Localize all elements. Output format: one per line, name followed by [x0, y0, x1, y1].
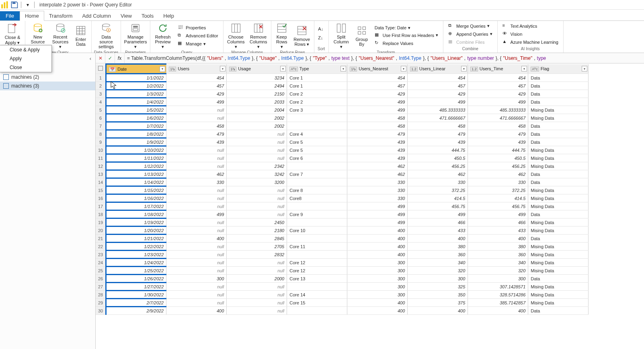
row-number[interactable]: 27 — [96, 283, 106, 291]
cell[interactable]: 400 — [347, 251, 408, 259]
row-number[interactable]: 17 — [96, 202, 106, 210]
cell[interactable] — [287, 251, 347, 259]
filter-dropdown-icon[interactable]: ▾ — [401, 66, 406, 71]
cell[interactable]: Core 2 — [287, 98, 347, 106]
cell[interactable]: Core 6 — [287, 154, 347, 162]
col-header-usage[interactable]: 1²₃Usage▾ — [227, 64, 287, 74]
data-type-button[interactable]: Data Type: Date ▾ — [373, 24, 440, 31]
col-header-users_time[interactable]: 1.2Users_Time▾ — [468, 64, 528, 74]
row-number[interactable]: 18 — [96, 210, 106, 218]
cell[interactable]: 499 — [166, 98, 227, 106]
cell[interactable]: 400 — [468, 235, 528, 243]
cell[interactable]: 499 — [408, 98, 468, 106]
cell[interactable]: 439 — [347, 138, 408, 146]
split-column-button[interactable]: Split Column ▾ — [330, 22, 352, 50]
enter-data-button[interactable]: Enter Data — [72, 22, 90, 50]
groupby-button[interactable]: Group By — [353, 22, 371, 50]
cell[interactable]: null — [166, 202, 227, 210]
cell[interactable]: null — [227, 154, 287, 162]
cell[interactable]: Data — [528, 170, 589, 178]
cell[interactable]: 300 — [166, 275, 227, 283]
first-row-headers-button[interactable]: ▦Use First Row as Headers ▾ — [373, 31, 440, 39]
filter-dropdown-icon[interactable]: ▾ — [280, 66, 286, 71]
cell[interactable]: 2180 — [227, 227, 287, 235]
cell[interactable]: 400 — [408, 235, 468, 243]
cell[interactable]: 3200 — [227, 178, 287, 186]
cell[interactable] — [287, 307, 347, 315]
cell[interactable]: 2705 — [227, 243, 287, 251]
cell[interactable]: 414.5 — [468, 194, 528, 202]
cell[interactable]: null — [227, 138, 287, 146]
cell[interactable]: 400 — [166, 307, 227, 315]
cell[interactable]: 1/7/2022 — [106, 122, 166, 130]
cell[interactable] — [287, 235, 347, 243]
cell[interactable]: Mising Data — [528, 259, 589, 267]
filter-dropdown-icon[interactable]: ▾ — [521, 66, 527, 71]
cell[interactable]: 458 — [347, 122, 408, 130]
filter-dropdown-icon[interactable]: ▾ — [220, 66, 226, 71]
menu-apply[interactable]: Apply — [0, 54, 51, 63]
cell[interactable]: null — [166, 227, 227, 235]
cell[interactable]: 454 — [166, 74, 227, 82]
cell[interactable]: 2033 — [227, 98, 287, 106]
cell[interactable]: 499 — [347, 202, 408, 210]
cell[interactable]: null — [227, 194, 287, 202]
cell[interactable]: Mising Data — [528, 146, 589, 154]
cell[interactable]: 450.5 — [468, 154, 528, 162]
row-number[interactable]: 24 — [96, 259, 106, 267]
cell[interactable]: 400 — [408, 307, 468, 315]
cell[interactable]: 414.5 — [408, 194, 468, 202]
cell[interactable]: null — [166, 218, 227, 227]
cell[interactable]: 300 — [347, 267, 408, 275]
cell[interactable]: Mising Data — [528, 267, 589, 275]
cell[interactable]: Core 1 — [287, 82, 347, 90]
cell[interactable]: null — [227, 146, 287, 154]
cell[interactable]: 385.7142857 — [468, 299, 528, 307]
cell[interactable]: 2494 — [227, 82, 287, 90]
cell[interactable]: Core 4 — [287, 130, 347, 138]
formula-fx-icon[interactable]: fx — [115, 53, 125, 63]
row-number[interactable]: 28 — [96, 291, 106, 299]
cell[interactable]: 400 — [468, 307, 528, 315]
cell[interactable]: null — [227, 299, 287, 307]
cell[interactable]: Mising Data — [528, 218, 589, 227]
cell[interactable]: null — [227, 307, 287, 315]
cell[interactable]: 499 — [166, 210, 227, 218]
cell[interactable]: 444.75 — [408, 146, 468, 154]
cell[interactable]: null — [166, 186, 227, 194]
cell[interactable]: 454 — [468, 74, 528, 82]
cell[interactable]: 462 — [347, 170, 408, 178]
cell[interactable]: Core 5 — [287, 138, 347, 146]
cell[interactable]: 1/8/2022 — [106, 130, 166, 138]
cell[interactable]: Core 12 — [287, 259, 347, 267]
cell[interactable]: null — [227, 259, 287, 267]
append-queries-button[interactable]: ⊕Append Queries ▾ — [447, 30, 494, 38]
cell[interactable]: 300 — [347, 275, 408, 283]
cell[interactable]: 400 — [347, 299, 408, 307]
cell[interactable]: 466 — [468, 218, 528, 227]
tab-add-column[interactable]: Add Column — [77, 11, 116, 20]
cell[interactable]: 2845 — [227, 235, 287, 243]
formula-commit-button[interactable]: ✓ — [105, 53, 115, 63]
row-number[interactable]: 12 — [96, 162, 106, 170]
cell[interactable]: 1/25/2022 — [106, 267, 166, 275]
row-number[interactable]: 4 — [96, 98, 106, 106]
cell[interactable]: 1/18/2022 — [106, 210, 166, 218]
cell[interactable]: 457 — [408, 82, 468, 90]
cell[interactable]: 400 — [347, 307, 408, 315]
cell[interactable]: 479 — [166, 130, 227, 138]
row-number[interactable]: 10 — [96, 146, 106, 154]
cell[interactable]: Core 11 — [287, 243, 347, 251]
cell[interactable]: 300 — [347, 291, 408, 299]
row-number[interactable]: 5 — [96, 106, 106, 114]
cell[interactable]: 1/16/2022 — [106, 194, 166, 202]
row-number[interactable]: 21 — [96, 235, 106, 243]
cell[interactable]: 350 — [408, 291, 468, 299]
cell[interactable]: 3234 — [227, 74, 287, 82]
cell[interactable] — [287, 202, 347, 210]
cell[interactable]: Mising Data — [528, 243, 589, 251]
cell[interactable]: 499 — [347, 218, 408, 227]
row-number[interactable]: 20 — [96, 227, 106, 235]
cell[interactable]: 1/12/2022 — [106, 162, 166, 170]
cell[interactable]: Data — [528, 122, 589, 130]
